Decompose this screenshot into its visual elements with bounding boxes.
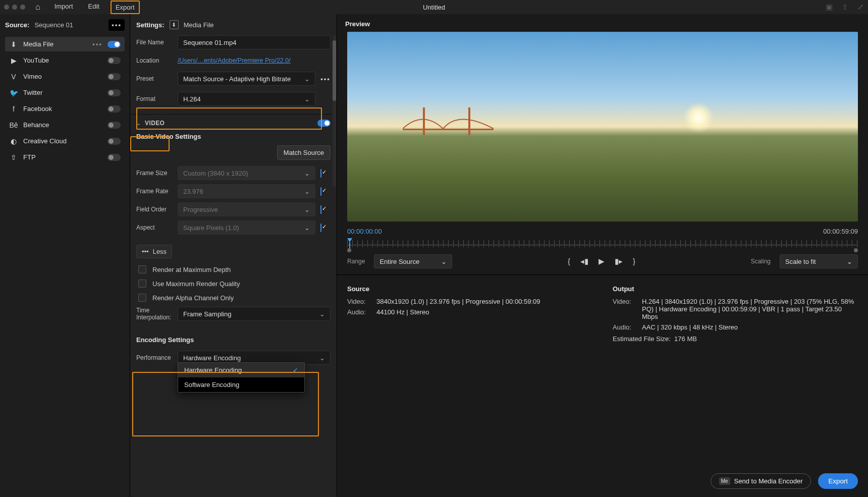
destination-vimeo[interactable]: V Vimeo — [5, 69, 125, 84]
destination-toggle[interactable] — [107, 138, 121, 145]
settings-label: Settings: — [136, 21, 165, 29]
destination-toggle[interactable] — [107, 105, 121, 113]
aspect-select[interactable]: Square Pixels (1.0)⌄ — [178, 220, 315, 235]
scaling-label: Scaling — [751, 258, 771, 265]
playhead[interactable] — [347, 238, 352, 249]
destination-toggle[interactable] — [107, 73, 121, 80]
ftp-icon: ⇧ — [9, 153, 18, 161]
destination-creative-cloud[interactable]: ◐ Creative Cloud — [5, 134, 125, 148]
preset-select[interactable]: Match Source - Adaptive High Bitrate⌄ — [178, 72, 315, 86]
preview-viewport[interactable] — [347, 32, 858, 222]
use-max-quality-checkbox[interactable] — [138, 280, 146, 288]
range-select[interactable]: Entire Source⌄ — [374, 254, 452, 268]
mark-out-button[interactable]: } — [633, 257, 635, 266]
render-max-depth-checkbox[interactable] — [138, 265, 146, 273]
match-source-button[interactable]: Match Source — [277, 145, 331, 160]
time-interp-label: Time Interpolation: — [136, 307, 173, 321]
aspect-label: Aspect — [136, 224, 173, 231]
source-more-button[interactable]: ••• — [108, 19, 125, 31]
performance-option-hardware[interactable]: Hardware Encoding✓ — [178, 363, 304, 377]
play-button[interactable]: ▶ — [599, 257, 605, 266]
preset-more-button[interactable]: ••• — [320, 75, 331, 83]
menu-edit[interactable]: Edit — [84, 1, 103, 14]
render-alpha-label: Render Alpha Channel Only — [152, 294, 234, 302]
destination-toggle[interactable] — [107, 57, 121, 64]
source-video-label: Video: — [347, 298, 372, 305]
destination-facebook[interactable]: f Facebook — [5, 101, 125, 116]
out-point-handle[interactable] — [854, 248, 858, 252]
destination-behance[interactable]: Bē Behance — [5, 118, 125, 132]
aspect-match-checkbox[interactable] — [320, 224, 321, 232]
timeline-ruler[interactable] — [347, 237, 858, 252]
output-video-label: Video: — [613, 298, 638, 320]
preset-label: Preset — [136, 75, 173, 82]
destination-toggle[interactable] — [107, 41, 121, 48]
twitter-icon: 🐦 — [9, 89, 18, 97]
destination-toggle[interactable] — [107, 154, 121, 161]
window-traffic-lights[interactable] — [4, 5, 25, 10]
location-link[interactable]: /Users/…ents/Adobe/Premiere Pro/22.0/ — [178, 57, 291, 64]
menu-import[interactable]: Import — [50, 1, 77, 14]
vimeo-icon: V — [9, 73, 18, 81]
youtube-icon: ▶ — [9, 57, 18, 65]
framesize-match-checkbox[interactable] — [320, 169, 321, 178]
fieldorder-select[interactable]: Progressive⌄ — [178, 202, 315, 216]
media-encoder-icon: Me — [719, 477, 730, 485]
fieldorder-match-checkbox[interactable] — [320, 205, 321, 214]
destination-toggle[interactable] — [107, 122, 121, 129]
format-select[interactable]: H.264⌄ — [178, 92, 315, 106]
settings-scrollbar[interactable] — [333, 35, 336, 187]
video-toggle[interactable] — [317, 120, 331, 127]
destination-more-button[interactable]: ••• — [92, 40, 102, 48]
creativecloud-icon: ◐ — [9, 137, 18, 145]
timecode-in[interactable]: 00:00:00:00 — [347, 228, 382, 235]
destination-youtube[interactable]: ▶ YouTube — [5, 53, 125, 68]
performance-option-software[interactable]: Software Encoding — [178, 377, 304, 392]
framesize-select[interactable]: Custom (3840 x 1920)⌄ — [178, 166, 315, 180]
destination-label: Behance — [23, 121, 102, 129]
source-name[interactable]: Sequence 01 — [34, 21, 73, 29]
fieldorder-label: Field Order — [136, 206, 173, 213]
destination-ftp[interactable]: ⇧ FTP — [5, 150, 125, 164]
export-icon: ⬇ — [9, 40, 18, 48]
destination-label: Creative Cloud — [23, 137, 102, 145]
preview-label: Preview — [337, 14, 868, 32]
destination-label: YouTube — [23, 57, 102, 64]
scaling-select[interactable]: Scale to fit⌄ — [780, 254, 858, 268]
performance-label: Performance — [136, 354, 173, 361]
performance-dropdown[interactable]: Hardware Encoding✓ Software Encoding — [178, 362, 305, 393]
step-forward-button[interactable]: ▮▸ — [615, 257, 623, 266]
fullscreen-icon[interactable]: ⤢ — [857, 3, 864, 12]
framerate-label: Frame Rate — [136, 188, 173, 195]
mark-in-button[interactable]: { — [568, 257, 570, 266]
export-icon: ⬇ — [170, 20, 179, 29]
render-alpha-checkbox[interactable] — [138, 294, 146, 302]
share-icon[interactable]: ⇪ — [842, 3, 848, 12]
document-title: Untitled — [423, 4, 445, 11]
filename-input[interactable]: Sequence 01.mp4 — [178, 35, 331, 49]
time-interp-select[interactable]: Frame Sampling⌄ — [178, 307, 331, 321]
destination-label: FTP — [23, 153, 102, 161]
destination-toggle[interactable] — [107, 89, 121, 96]
behance-icon: Bē — [9, 121, 18, 129]
send-to-media-encoder-button[interactable]: MeSend to Media Encoder — [711, 473, 811, 489]
range-label: Range — [347, 258, 365, 265]
export-button[interactable]: Export — [818, 473, 858, 489]
workspace-icon[interactable]: ▣ — [826, 3, 833, 12]
menu-export[interactable]: Export — [111, 1, 140, 14]
step-back-button[interactable]: ◂▮ — [580, 257, 588, 266]
framerate-select[interactable]: 23.976⌄ — [178, 184, 315, 198]
framerate-match-checkbox[interactable] — [320, 187, 321, 196]
source-audio-label: Audio: — [347, 308, 372, 316]
framesize-label: Frame Size — [136, 170, 173, 177]
destination-media-file[interactable]: ⬇ Media File ••• — [5, 37, 125, 51]
facebook-icon: f — [9, 105, 18, 113]
chevron-down-icon[interactable]: ⌄ — [136, 120, 141, 127]
timecode-out[interactable]: 00:00:59:09 — [823, 228, 858, 235]
format-label: Format — [136, 95, 173, 102]
less-button[interactable]: •••Less — [136, 245, 172, 258]
video-section-header[interactable]: VIDEO — [145, 120, 165, 127]
in-point-handle[interactable] — [347, 248, 351, 252]
home-icon[interactable]: ⌂ — [35, 3, 40, 12]
destination-twitter[interactable]: 🐦 Twitter — [5, 85, 125, 100]
